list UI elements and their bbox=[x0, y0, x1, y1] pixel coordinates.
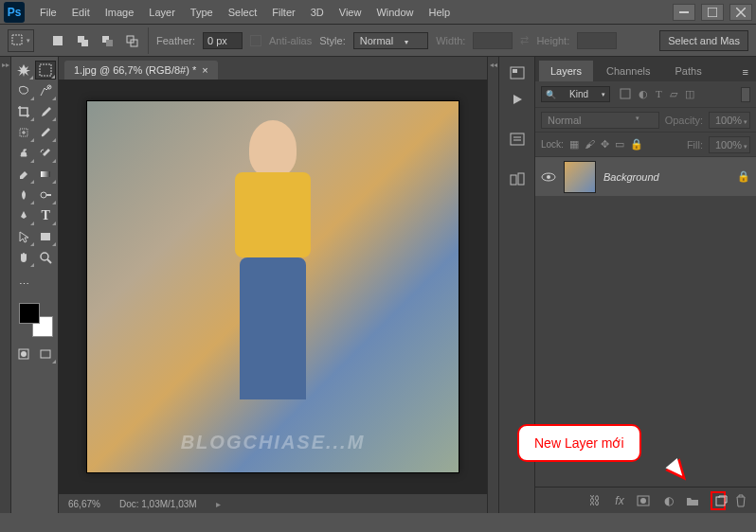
layer-lock-icon[interactable]: 🔒 bbox=[737, 170, 750, 183]
edit-toolbar-icon[interactable]: ⋯ bbox=[13, 275, 34, 293]
layer-mask-icon[interactable] bbox=[637, 495, 652, 506]
menu-layer[interactable]: Layer bbox=[141, 3, 183, 22]
play-panel-icon[interactable] bbox=[505, 89, 530, 110]
menu-help[interactable]: Help bbox=[422, 3, 459, 22]
fill-label: Fill: bbox=[687, 139, 703, 151]
adjustment-layer-icon[interactable]: ◐ bbox=[661, 494, 676, 507]
zoom-level[interactable]: 66,67% bbox=[68, 499, 100, 509]
opacity-label: Opacity: bbox=[665, 115, 703, 126]
lock-all-icon[interactable]: 🔒 bbox=[630, 138, 643, 151]
antialias-checkbox bbox=[250, 35, 261, 46]
menu-window[interactable]: Window bbox=[369, 3, 421, 22]
height-label: Height: bbox=[536, 35, 569, 46]
libraries-panel-icon[interactable] bbox=[505, 168, 530, 189]
menu-type[interactable]: Type bbox=[183, 3, 221, 22]
close-button[interactable] bbox=[729, 4, 752, 21]
layer-visibility-icon[interactable] bbox=[541, 171, 556, 183]
quick-mask-icon[interactable] bbox=[13, 345, 34, 364]
zoom-tool[interactable] bbox=[36, 248, 57, 267]
dodge-tool[interactable] bbox=[36, 186, 57, 204]
close-document-icon[interactable]: × bbox=[202, 64, 207, 76]
clone-stamp-tool[interactable] bbox=[13, 144, 34, 163]
filter-smart-icon[interactable]: ◫ bbox=[685, 88, 694, 100]
document-tab-title: 1.jpg @ 66,7% (RGB/8#) * bbox=[74, 64, 196, 76]
layer-thumbnail[interactable] bbox=[564, 161, 596, 193]
selection-add-icon[interactable] bbox=[72, 31, 93, 50]
canvas-viewport[interactable]: BLOGCHIASE...M bbox=[59, 80, 487, 494]
brush-tool[interactable] bbox=[36, 123, 57, 142]
layer-row[interactable]: Background 🔒 bbox=[535, 157, 756, 197]
filter-type-icon[interactable]: T bbox=[656, 88, 662, 100]
history-brush-tool[interactable] bbox=[36, 144, 57, 163]
menu-3d[interactable]: 3D bbox=[303, 3, 332, 22]
properties-panel-icon[interactable] bbox=[505, 129, 530, 150]
style-select[interactable]: Normal▾ bbox=[353, 32, 428, 49]
screen-mode-icon[interactable] bbox=[36, 345, 57, 364]
tab-layers[interactable]: Layers bbox=[539, 61, 593, 81]
document-tab[interactable]: 1.jpg @ 66,7% (RGB/8#) * × bbox=[64, 61, 218, 80]
filter-pixel-icon[interactable] bbox=[620, 88, 631, 100]
delete-layer-icon[interactable] bbox=[735, 494, 750, 507]
pen-tool[interactable] bbox=[13, 206, 34, 225]
crop-tool[interactable] bbox=[13, 102, 34, 121]
menu-edit[interactable]: Edit bbox=[64, 3, 98, 22]
fill-input: 100%▾ bbox=[709, 136, 750, 153]
tab-channels[interactable]: Channels bbox=[595, 61, 661, 81]
selection-subtract-icon[interactable] bbox=[97, 31, 117, 50]
quick-selection-tool[interactable] bbox=[36, 81, 57, 100]
menu-image[interactable]: Image bbox=[98, 3, 142, 22]
tool-preset-picker[interactable]: ▾ bbox=[8, 29, 34, 52]
link-layers-icon[interactable]: ⛓ bbox=[587, 494, 603, 507]
filter-shape-icon[interactable]: ▱ bbox=[670, 88, 677, 100]
layer-name[interactable]: Background bbox=[603, 171, 729, 183]
blur-tool[interactable] bbox=[13, 186, 34, 204]
maximize-button[interactable] bbox=[701, 4, 724, 21]
svg-rect-36 bbox=[716, 497, 725, 505]
doc-info[interactable]: Doc: 1,03M/1,03M bbox=[119, 499, 197, 509]
feather-input[interactable] bbox=[203, 32, 243, 49]
selection-intersect-icon[interactable] bbox=[121, 31, 142, 50]
layer-fx-icon[interactable]: fx bbox=[612, 494, 627, 507]
menu-select[interactable]: Select bbox=[221, 3, 265, 22]
expand-toolbox-icon[interactable]: ▸▸ bbox=[2, 61, 9, 69]
lock-artboard-icon[interactable]: ▭ bbox=[615, 138, 624, 151]
lasso-tool[interactable] bbox=[13, 81, 34, 100]
svg-rect-31 bbox=[621, 89, 630, 98]
menu-view[interactable]: View bbox=[332, 3, 369, 22]
menu-file[interactable]: File bbox=[32, 3, 64, 22]
type-tool[interactable]: T bbox=[36, 206, 57, 225]
move-tool[interactable] bbox=[13, 61, 33, 80]
lock-transparency-icon[interactable]: ▦ bbox=[569, 138, 579, 151]
eyedropper-tool[interactable] bbox=[36, 102, 57, 121]
select-and-mask-button[interactable]: Select and Mas bbox=[659, 30, 748, 51]
path-selection-tool[interactable] bbox=[13, 227, 34, 246]
lock-position-icon[interactable]: ✥ bbox=[601, 138, 609, 151]
svg-point-22 bbox=[21, 351, 27, 357]
foreground-color[interactable] bbox=[19, 303, 40, 324]
minimize-button[interactable] bbox=[673, 4, 695, 21]
filter-adjustment-icon[interactable]: ◐ bbox=[639, 88, 648, 100]
layer-group-icon[interactable] bbox=[686, 495, 701, 506]
svg-rect-4 bbox=[12, 35, 22, 44]
filter-kind-select[interactable]: 🔍Kind▾ bbox=[541, 86, 610, 102]
eraser-tool[interactable] bbox=[13, 165, 34, 184]
svg-rect-18 bbox=[41, 233, 50, 240]
history-panel-icon[interactable] bbox=[505, 62, 530, 83]
selection-new-icon[interactable] bbox=[47, 31, 68, 50]
panel-menu-icon[interactable]: ≡ bbox=[735, 62, 756, 81]
tab-paths[interactable]: Paths bbox=[664, 61, 713, 81]
lock-pixels-icon[interactable]: 🖌 bbox=[585, 138, 595, 151]
filter-toggle[interactable] bbox=[741, 87, 750, 102]
hand-tool[interactable] bbox=[13, 248, 34, 267]
new-layer-icon[interactable] bbox=[711, 491, 726, 510]
status-arrow-icon[interactable]: ▸ bbox=[216, 499, 221, 509]
gradient-tool[interactable] bbox=[36, 165, 57, 184]
canvas-image[interactable]: BLOGCHIASE...M bbox=[86, 100, 459, 473]
collapse-panels-icon[interactable]: ◂◂ bbox=[490, 61, 497, 69]
callout-text: New Layer mới bbox=[517, 424, 641, 462]
rectangle-tool[interactable] bbox=[36, 227, 57, 246]
marquee-tool[interactable] bbox=[35, 61, 56, 80]
menu-filter[interactable]: Filter bbox=[264, 3, 302, 22]
healing-brush-tool[interactable] bbox=[13, 123, 34, 142]
color-swatches[interactable] bbox=[19, 303, 53, 337]
